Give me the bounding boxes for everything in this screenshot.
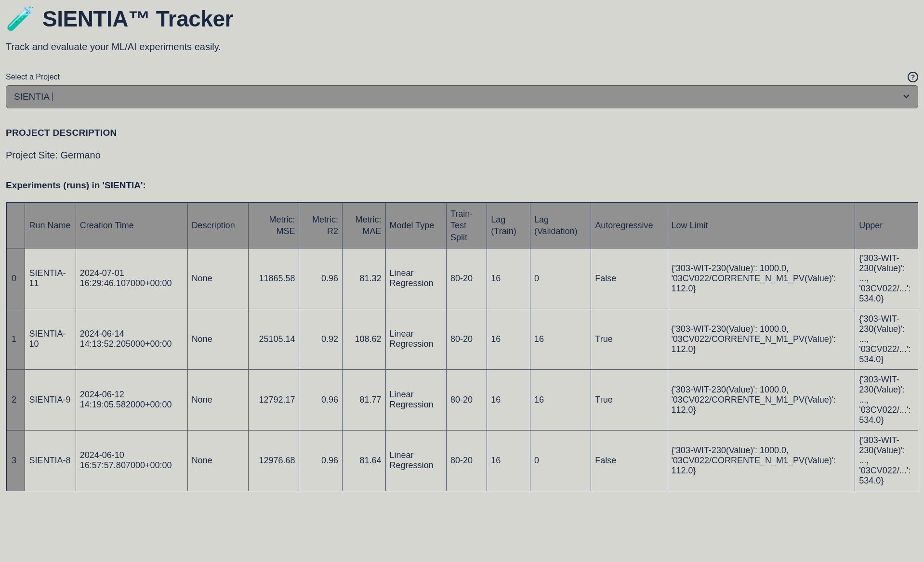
cell-train-test-split: 80-20 xyxy=(447,369,487,430)
table-row[interactable]: 3SIENTIA-82024-06-10 16:57:57.807000+00:… xyxy=(7,430,918,491)
cell-idx: 1 xyxy=(7,309,25,369)
cell-creation-time: 2024-06-10 16:57:57.807000+00:00 xyxy=(76,430,187,491)
cell-upper: {'303-WIT-230(Value)': ..., '03CV022/...… xyxy=(855,369,918,430)
cell-description: None xyxy=(187,369,248,430)
cell-metric-r2: 0.92 xyxy=(299,309,343,369)
cell-metric-mae: 81.77 xyxy=(343,369,386,430)
cell-idx: 2 xyxy=(7,369,25,430)
cell-metric-r2: 0.96 xyxy=(299,430,343,491)
col-idx xyxy=(7,203,25,248)
cell-low-limit: {'303-WIT-230(Value)': 1000.0, '03CV022/… xyxy=(667,309,855,369)
select-label-row: Select a Project ? xyxy=(6,72,918,82)
cell-lag-validation: 16 xyxy=(530,369,591,430)
experiments-heading: Experiments (runs) in 'SIENTIA': xyxy=(6,180,918,191)
project-select-label: Select a Project xyxy=(6,73,60,81)
test-tube-icon: 🧪 xyxy=(6,7,35,30)
cell-run-name: SIENTIA-9 xyxy=(25,369,76,430)
cell-description: None xyxy=(187,309,248,369)
cell-autoregressive: True xyxy=(591,369,667,430)
cell-model-type: Linear Regression xyxy=(385,248,446,309)
cell-metric-mse: 11865.58 xyxy=(249,248,299,309)
col-train-test-split: Train-Test Split xyxy=(447,203,487,248)
page-subtitle: Track and evaluate your ML/AI experiment… xyxy=(6,41,918,52)
experiments-table-wrapper[interactable]: Run Name Creation Time Description Metri… xyxy=(6,202,918,491)
page-header: 🧪 SIENTIA™ Tracker xyxy=(6,6,918,32)
cell-creation-time: 2024-06-14 14:13:52.205000+00:00 xyxy=(76,309,187,369)
cell-creation-time: 2024-07-01 16:29:46.107000+00:00 xyxy=(76,248,187,309)
cell-low-limit: {'303-WIT-230(Value)': 1000.0, '03CV022/… xyxy=(667,369,855,430)
cell-lag-train: 16 xyxy=(487,369,530,430)
chevron-down-icon xyxy=(902,92,910,102)
cell-upper: {'303-WIT-230(Value)': ..., '03CV022/...… xyxy=(855,430,918,491)
cell-lag-train: 16 xyxy=(487,430,530,491)
cell-run-name: SIENTIA-8 xyxy=(25,430,76,491)
cell-model-type: Linear Regression xyxy=(385,309,446,369)
cell-metric-r2: 0.96 xyxy=(299,369,343,430)
cell-metric-mae: 81.32 xyxy=(343,248,386,309)
cell-model-type: Linear Regression xyxy=(385,369,446,430)
cell-train-test-split: 80-20 xyxy=(447,430,487,491)
col-lag-validation: Lag (Validation) xyxy=(530,203,591,248)
col-description: Description xyxy=(187,203,248,248)
cell-upper: {'303-WIT-230(Value)': ..., '03CV022/...… xyxy=(855,248,918,309)
cell-description: None xyxy=(187,248,248,309)
project-site-text: Project Site: Germano xyxy=(6,150,918,161)
cell-lag-train: 16 xyxy=(487,309,530,369)
cell-upper: {'303-WIT-230(Value)': ..., '03CV022/...… xyxy=(855,309,918,369)
table-header-row: Run Name Creation Time Description Metri… xyxy=(7,203,918,248)
cell-train-test-split: 80-20 xyxy=(447,248,487,309)
col-creation-time: Creation Time xyxy=(76,203,187,248)
cell-low-limit: {'303-WIT-230(Value)': 1000.0, '03CV022/… xyxy=(667,248,855,309)
cell-lag-validation: 0 xyxy=(530,248,591,309)
project-description-heading: PROJECT DESCRIPTION xyxy=(6,128,918,138)
col-model-type: Model Type xyxy=(385,203,446,248)
cell-metric-mse: 12792.17 xyxy=(249,369,299,430)
table-row[interactable]: 1SIENTIA-102024-06-14 14:13:52.205000+00… xyxy=(7,309,918,369)
page-title: SIENTIA™ Tracker xyxy=(42,6,233,32)
project-select-value: SIENTIA xyxy=(14,91,50,102)
cell-idx: 3 xyxy=(7,430,25,491)
cell-lag-validation: 0 xyxy=(530,430,591,491)
col-lag-train: Lag (Train) xyxy=(487,203,530,248)
col-low-limit: Low Limit xyxy=(667,203,855,248)
cell-metric-mae: 81.64 xyxy=(343,430,386,491)
cell-run-name: SIENTIA-11 xyxy=(25,248,76,309)
cell-train-test-split: 80-20 xyxy=(447,309,487,369)
cell-run-name: SIENTIA-10 xyxy=(25,309,76,369)
table-row[interactable]: 0SIENTIA-112024-07-01 16:29:46.107000+00… xyxy=(7,248,918,309)
project-select[interactable]: SIENTIA xyxy=(6,85,918,108)
cell-model-type: Linear Regression xyxy=(385,430,446,491)
table-row[interactable]: 2SIENTIA-92024-06-12 14:19:05.582000+00:… xyxy=(7,369,918,430)
help-icon[interactable]: ? xyxy=(908,72,918,82)
cell-description: None xyxy=(187,430,248,491)
col-upper: Upper xyxy=(855,203,918,248)
cell-autoregressive: True xyxy=(591,309,667,369)
cell-low-limit: {'303-WIT-230(Value)': 1000.0, '03CV022/… xyxy=(667,430,855,491)
cell-metric-mse: 12976.68 xyxy=(249,430,299,491)
cell-idx: 0 xyxy=(7,248,25,309)
cell-lag-train: 16 xyxy=(487,248,530,309)
cell-metric-mse: 25105.14 xyxy=(249,309,299,369)
cell-lag-validation: 16 xyxy=(530,309,591,369)
col-run-name: Run Name xyxy=(25,203,76,248)
cell-autoregressive: False xyxy=(591,248,667,309)
cell-metric-r2: 0.96 xyxy=(299,248,343,309)
experiments-table: Run Name Creation Time Description Metri… xyxy=(7,203,918,491)
col-autoregressive: Autoregressive xyxy=(591,203,667,248)
cell-metric-mae: 108.62 xyxy=(343,309,386,369)
col-metric-mae: Metric: MAE xyxy=(343,203,386,248)
cell-autoregressive: False xyxy=(591,430,667,491)
col-metric-r2: Metric: R2 xyxy=(299,203,343,248)
cell-creation-time: 2024-06-12 14:19:05.582000+00:00 xyxy=(76,369,187,430)
col-metric-mse: Metric: MSE xyxy=(249,203,299,248)
